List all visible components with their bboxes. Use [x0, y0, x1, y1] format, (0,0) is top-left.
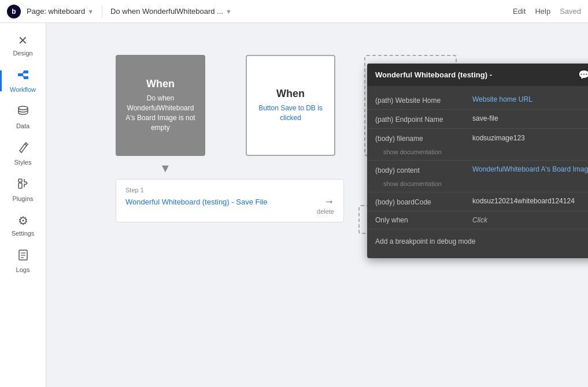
endpoint-label: (path) Endpoint Name: [375, 114, 468, 124]
svg-rect-2: [24, 76, 28, 79]
arrow-down-icon: ▼: [160, 162, 171, 175]
website-home-value[interactable]: Website home URL: [472, 95, 588, 103]
comment-icon[interactable]: 💬: [578, 69, 588, 80]
panel-row-filename: (body) filename kodsuzimage123 show docu…: [367, 129, 588, 161]
settings-icon: ⚙: [18, 214, 28, 228]
sidebar-logs-wrapper: Logs: [0, 243, 46, 279]
workflow-icon: [17, 68, 29, 84]
step-label: Step 1: [125, 187, 334, 194]
sidebar-item-styles[interactable]: Styles: [0, 135, 46, 172]
sidebar-workflow-wrapper: Workflow: [0, 62, 46, 99]
content-label: (body) content: [375, 165, 468, 174]
panel-title: Wonderful Whiteboard (testing) -: [375, 70, 574, 79]
card1-title: When: [146, 78, 175, 90]
website-home-label: (path) Website Home: [375, 95, 468, 105]
page-label: Page: whiteboard: [27, 7, 85, 16]
svg-rect-7: [19, 179, 22, 182]
panel-header: Wonderful Whiteboard (testing) - 💬 ✕: [367, 64, 588, 86]
boardcode-label: (body) boardCode: [375, 197, 468, 206]
sidebar-styles-wrapper: Styles: [0, 135, 46, 172]
panel-header-icons: 💬 ✕: [578, 69, 588, 80]
sidebar-item-design[interactable]: ✕ Design: [0, 28, 46, 62]
sidebar-data-label: Data: [16, 122, 29, 129]
endpoint-value[interactable]: save-file: [472, 114, 588, 122]
svg-rect-1: [24, 70, 28, 73]
step-arrow-icon: →: [324, 196, 334, 208]
boardcode-value[interactable]: kodsuz120214whiteboard124124: [472, 197, 588, 205]
svg-line-3: [23, 72, 24, 75]
sidebar-item-plugins[interactable]: Plugins: [0, 172, 46, 208]
logo: b: [7, 5, 21, 18]
sidebar-logs-label: Logs: [16, 266, 30, 273]
panel-row-content: (body) content WonderfulWhiteboard A's B…: [367, 161, 588, 192]
page-selector[interactable]: Page: whiteboard ▼: [27, 7, 94, 16]
workflow-chevron-icon: ▼: [225, 8, 232, 15]
sidebar-item-data[interactable]: Data: [0, 99, 46, 135]
panel-row-boardcode: (body) boardCode kodsuz120214whiteboard1…: [367, 192, 588, 211]
trigger-card-1[interactable]: When Do when WonderfulWhiteboard A's Boa…: [116, 55, 205, 156]
canvas: When Do when WonderfulWhiteboard A's Boa…: [46, 23, 588, 387]
design-icon: ✕: [18, 34, 28, 47]
divider: [102, 6, 102, 17]
content-value[interactable]: WonderfulWhiteboard A's Board Image: [472, 165, 588, 173]
sidebar-styles-label: Styles: [14, 159, 32, 166]
card2-title: When: [276, 88, 305, 100]
workflow-label: Do when WonderfulWhiteboard ...: [110, 7, 223, 16]
breakpoint-row: Add a breakpoint in debug mode: [367, 229, 588, 254]
svg-point-5: [19, 106, 28, 110]
plugins-icon: [17, 177, 29, 193]
sidebar-plugins-label: Plugins: [12, 195, 33, 202]
workflow-selector[interactable]: Do when WonderfulWhiteboard ... ▼: [110, 7, 507, 16]
svg-line-4: [23, 75, 24, 77]
step-title[interactable]: Wonderful Whiteboard (testing) - Save Fi…: [125, 198, 319, 206]
panel-row-website-home: (path) Website Home Website home URL: [367, 91, 588, 110]
sidebar-settings-wrapper: ⚙ Settings: [0, 208, 46, 243]
panel-row-endpoint: (path) Endpoint Name save-file: [367, 110, 588, 129]
sidebar-workflow-label: Workflow: [10, 86, 36, 93]
data-icon: [17, 105, 29, 120]
svg-rect-0: [18, 73, 23, 76]
main-layout: ✕ Design Workflow: [0, 23, 588, 387]
panel-body: (path) Website Home Website home URL (pa…: [367, 86, 588, 258]
breakpoint-label: Add a breakpoint in debug mode: [375, 237, 585, 245]
only-when-row: Only when Click: [367, 211, 588, 229]
help-button[interactable]: Help: [535, 7, 550, 16]
styles-icon: [17, 141, 29, 157]
top-bar: b Page: whiteboard ▼ Do when WonderfulWh…: [0, 0, 588, 23]
sidebar-item-settings[interactable]: ⚙ Settings: [0, 208, 46, 243]
sidebar-item-logs[interactable]: Logs: [0, 243, 46, 279]
top-bar-actions: Edit Help Saved: [513, 7, 581, 16]
trigger-card-2[interactable]: When Button Save to DB is clicked: [246, 55, 335, 156]
svg-rect-6: [19, 183, 22, 188]
card1-desc: Do when WonderfulWhiteboard A's Board Im…: [123, 94, 198, 132]
card2-desc: Button Save to DB is clicked: [254, 103, 327, 123]
only-when-label: Only when: [375, 216, 468, 224]
show-doc-filename[interactable]: show documentation: [375, 147, 450, 159]
show-doc-content[interactable]: show documentation: [375, 179, 450, 191]
filename-label: (body) filename: [375, 133, 468, 143]
filename-value[interactable]: kodsuzimage123: [472, 134, 588, 142]
sidebar-design-wrapper: ✕ Design: [0, 28, 46, 62]
saved-status: Saved: [560, 7, 581, 16]
logs-icon: [17, 248, 29, 264]
sidebar-data-wrapper: Data: [0, 99, 46, 135]
edit-button[interactable]: Edit: [513, 7, 526, 16]
only-when-value[interactable]: Click: [472, 216, 487, 224]
sidebar-settings-label: Settings: [12, 230, 35, 237]
sidebar-plugins-wrapper: Plugins: [0, 172, 46, 208]
step-section: Step 1 Wonderful Whiteboard (testing) - …: [116, 179, 344, 222]
sidebar: ✕ Design Workflow: [0, 23, 46, 387]
page-chevron-icon: ▼: [87, 8, 94, 15]
step-delete-button[interactable]: delete: [125, 208, 334, 215]
sidebar-design-label: Design: [13, 50, 32, 57]
sidebar-item-workflow[interactable]: Workflow: [0, 62, 46, 99]
action-panel: Wonderful Whiteboard (testing) - 💬 ✕ (pa…: [367, 64, 588, 258]
